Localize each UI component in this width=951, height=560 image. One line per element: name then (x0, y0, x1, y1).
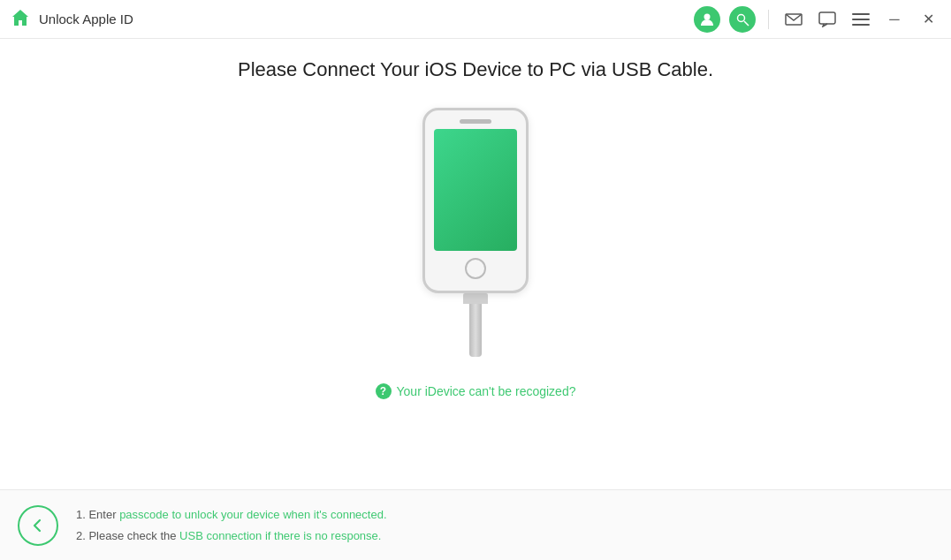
usb-plug (463, 293, 488, 304)
help-link[interactable]: ? Your iDevice can't be recogized? (376, 383, 576, 399)
instruction-1-link[interactable]: passcode to unlock your device when it's… (119, 508, 386, 521)
title-bar-left: Unlock Apple ID (11, 8, 694, 31)
usb-connector (463, 293, 488, 357)
minimize-button[interactable]: ─ (882, 7, 907, 32)
question-icon: ? (376, 383, 392, 399)
menu-icon[interactable] (848, 7, 873, 32)
mail-icon[interactable] (781, 7, 806, 32)
chat-icon[interactable] (815, 7, 840, 32)
bottom-instructions: 1. Enter passcode to unlock your device … (76, 504, 387, 546)
help-link-text: Your iDevice can't be recogized? (397, 384, 576, 398)
phone-screen (434, 129, 517, 251)
back-button[interactable] (18, 505, 58, 546)
svg-rect-6 (852, 13, 870, 15)
usb-cable (469, 304, 482, 357)
bottom-bar: 1. Enter passcode to unlock your device … (0, 489, 951, 560)
svg-rect-5 (819, 12, 835, 24)
instruction-2: 2. Please check the USB connection if th… (76, 526, 387, 546)
phone-home-button (465, 258, 486, 279)
svg-rect-8 (852, 24, 870, 26)
instruction-1: 1. Enter passcode to unlock your device … (76, 504, 387, 525)
svg-rect-7 (852, 19, 870, 20)
home-icon[interactable] (11, 8, 30, 31)
phone-speaker (460, 119, 491, 124)
svg-point-2 (738, 14, 745, 21)
svg-marker-0 (12, 10, 28, 26)
phone-body (422, 108, 529, 293)
instruction-2-link[interactable]: USB connection if there is no response. (179, 529, 381, 542)
close-button[interactable]: ✕ (916, 7, 940, 32)
main-heading: Please Connect Your iOS Device to PC via… (238, 58, 713, 81)
title-bar-right: ─ ✕ (694, 6, 940, 33)
main-content: Please Connect Your iOS Device to PC via… (0, 39, 951, 489)
search-icon[interactable] (729, 6, 756, 33)
title-bar: Unlock Apple ID (0, 0, 951, 39)
phone-illustration (422, 108, 529, 357)
app-title: Unlock Apple ID (39, 11, 133, 26)
divider (768, 10, 769, 29)
svg-line-3 (744, 21, 749, 26)
user-icon[interactable] (694, 6, 720, 33)
svg-point-1 (704, 13, 711, 19)
